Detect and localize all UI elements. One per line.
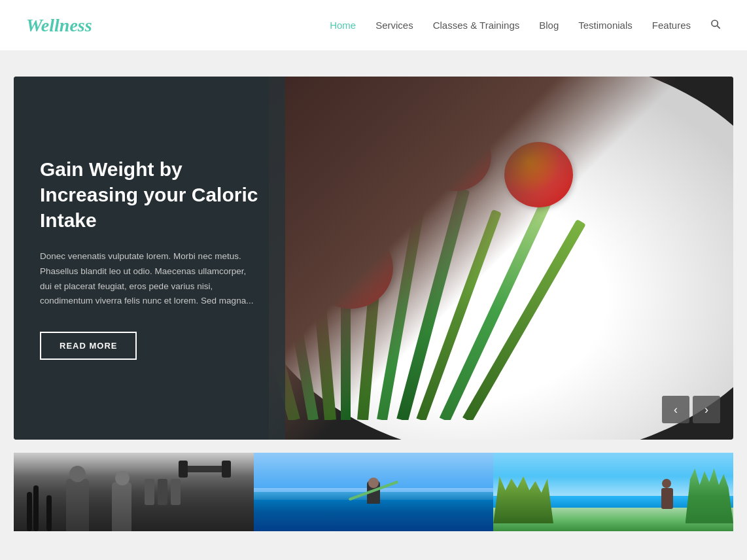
site-logo[interactable]: Wellness — [26, 15, 92, 36]
slider-next-button[interactable]: › — [693, 396, 720, 423]
hero-title: Gain Weight by Increasing your Caloric I… — [40, 156, 259, 233]
search-icon[interactable] — [710, 19, 721, 32]
nav-item-classes[interactable]: Classes & Trainings — [433, 20, 520, 31]
beach-image — [493, 453, 733, 531]
hero-text-panel: Gain Weight by Increasing your Caloric I… — [14, 77, 285, 440]
nav-item-features[interactable]: Features — [652, 20, 691, 31]
nav-item-services[interactable]: Services — [375, 20, 413, 31]
tomato-1 — [308, 227, 393, 309]
hero-description: Donec venenatis vulputate lorem. Morbi n… — [40, 249, 259, 309]
slider-arrows: ‹ › — [662, 396, 720, 423]
hero-image — [269, 77, 733, 440]
gym-image — [14, 453, 254, 531]
hero-slider: Gain Weight by Increasing your Caloric I… — [14, 77, 733, 440]
cards-section — [14, 453, 733, 544]
svg-line-1 — [717, 26, 720, 28]
read-more-button[interactable]: READ MORE — [40, 332, 137, 360]
nav-item-blog[interactable]: Blog — [539, 20, 559, 31]
tomato-2 — [419, 122, 491, 191]
tomato-3 — [504, 142, 573, 207]
parsley — [328, 142, 387, 194]
slider-prev-button[interactable]: ‹ — [662, 396, 689, 423]
header-separator — [0, 50, 747, 63]
card-kayak — [254, 453, 494, 531]
kayak-image — [254, 453, 494, 531]
card-gym — [14, 453, 254, 531]
site-header: Wellness Home Services Classes & Trainin… — [0, 0, 747, 50]
card-beach — [493, 453, 733, 531]
nav-item-testimonials[interactable]: Testimonials — [578, 20, 633, 31]
nav-item-home[interactable]: Home — [330, 20, 356, 31]
main-nav: Home Services Classes & Trainings Blog T… — [330, 19, 721, 32]
svg-point-0 — [712, 20, 718, 26]
